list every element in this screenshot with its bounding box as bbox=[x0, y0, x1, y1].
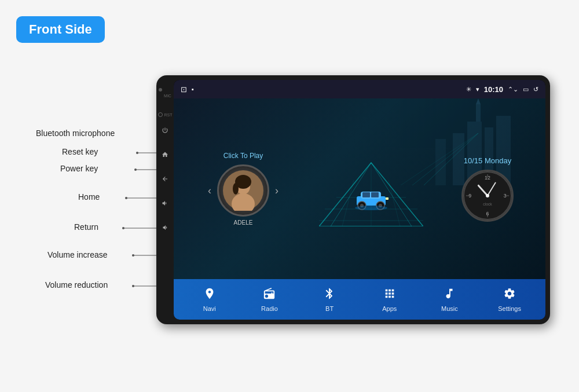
date-display: 10/15 Monday bbox=[464, 156, 511, 165]
expand-icon: ⌃⌄ bbox=[508, 86, 518, 93]
svg-rect-40 bbox=[371, 192, 379, 197]
front-side-badge: Front Side bbox=[16, 16, 105, 43]
mic-indicator bbox=[159, 88, 162, 91]
prev-button[interactable]: ‹ bbox=[208, 185, 211, 197]
wifi-icon: ▾ bbox=[476, 86, 479, 93]
click-to-play-label[interactable]: Click To Play bbox=[223, 152, 263, 160]
label-return: Return bbox=[74, 222, 98, 232]
svg-point-58 bbox=[486, 194, 489, 197]
label-bluetooth-mic: Bluetooth microphone bbox=[36, 129, 115, 138]
svg-point-46 bbox=[355, 206, 387, 210]
settings-icon bbox=[503, 287, 516, 303]
svg-rect-45 bbox=[386, 197, 389, 200]
music-player: Click To Play ‹ bbox=[185, 152, 301, 226]
svg-point-10 bbox=[125, 197, 127, 199]
bt-label: BT bbox=[325, 305, 334, 312]
status-right: ✳ ▾ 10:10 ⌃⌄ ▭ ↺ bbox=[466, 85, 538, 94]
return-button[interactable] bbox=[160, 174, 170, 184]
bt-icon bbox=[323, 287, 336, 303]
button-strip: MIC RST bbox=[156, 75, 174, 324]
clock-display: 10:10 bbox=[484, 85, 503, 94]
nav-item-bt[interactable]: BT bbox=[312, 287, 347, 312]
svg-point-28 bbox=[233, 183, 239, 195]
svg-text:clock: clock bbox=[483, 202, 492, 206]
nav-item-navi[interactable]: Navi bbox=[192, 287, 227, 312]
rst-button[interactable] bbox=[158, 112, 163, 117]
next-button[interactable]: › bbox=[275, 185, 278, 197]
car-display bbox=[301, 151, 441, 226]
apps-icon bbox=[383, 287, 396, 303]
car-road-svg bbox=[319, 151, 423, 226]
window-icon: ▭ bbox=[523, 86, 529, 93]
status-bar: ⊡ ▪ ✳ ▾ 10:10 ⌃⌄ ▭ ↺ bbox=[174, 80, 545, 98]
radio-icon bbox=[263, 287, 276, 303]
main-content: Click To Play ‹ bbox=[174, 98, 545, 279]
svg-point-9 bbox=[134, 168, 137, 171]
rst-label: RST bbox=[164, 113, 173, 117]
home-button[interactable] bbox=[160, 149, 170, 160]
artist-name: ADELE bbox=[234, 219, 253, 226]
settings-label: Settings bbox=[498, 305, 521, 312]
music-label: Music bbox=[441, 305, 458, 312]
analog-clock: 12 3 6 9 bbox=[461, 170, 514, 222]
navi-label: Navi bbox=[203, 305, 216, 312]
bluetooth-icon: ✳ bbox=[466, 86, 471, 93]
svg-point-12 bbox=[132, 254, 134, 257]
svg-line-36 bbox=[389, 180, 400, 226]
screen: ⊡ ▪ ✳ ▾ 10:10 ⌃⌄ ▭ ↺ bbox=[174, 80, 545, 320]
app-icon: ▪ bbox=[192, 86, 194, 93]
svg-point-8 bbox=[136, 152, 138, 154]
artist-image bbox=[223, 170, 263, 211]
svg-rect-39 bbox=[362, 192, 370, 197]
clock-face: 12 3 6 9 bbox=[463, 171, 512, 221]
bottom-nav: Navi Radio BT bbox=[174, 279, 545, 320]
label-volume-increase: Volume increase bbox=[47, 250, 108, 259]
music-controls: ‹ › bbox=[208, 164, 278, 217]
content-row: Click To Play ‹ bbox=[174, 98, 545, 279]
radio-label: Radio bbox=[261, 305, 278, 312]
label-volume-reduction: Volume reduction bbox=[45, 280, 108, 290]
music-icon bbox=[443, 287, 456, 303]
svg-point-13 bbox=[132, 285, 134, 287]
status-left: ⊡ ▪ bbox=[181, 85, 194, 94]
volume-down-button[interactable] bbox=[160, 222, 170, 233]
album-art bbox=[217, 164, 269, 217]
clock-section: 10/15 Monday 12 3 6 9 bbox=[441, 156, 534, 222]
apps-label: Apps bbox=[382, 305, 397, 312]
label-power-key: Power key bbox=[60, 164, 98, 173]
back-icon: ↺ bbox=[533, 86, 538, 93]
label-reset-key: Reset key bbox=[62, 147, 98, 156]
mic-label: MIC bbox=[164, 94, 171, 98]
label-home: Home bbox=[78, 192, 100, 202]
svg-line-35 bbox=[342, 180, 354, 226]
nav-item-apps[interactable]: Apps bbox=[372, 287, 407, 312]
home-status-icon: ⊡ bbox=[181, 85, 187, 94]
nav-item-radio[interactable]: Radio bbox=[252, 287, 287, 312]
nav-item-settings[interactable]: Settings bbox=[492, 287, 527, 312]
volume-up-button[interactable] bbox=[160, 198, 170, 208]
nav-item-music[interactable]: Music bbox=[432, 287, 467, 312]
navi-icon bbox=[203, 287, 216, 303]
car-stereo-device: MIC RST ⊡ ▪ bbox=[156, 75, 550, 324]
power-button[interactable] bbox=[160, 125, 170, 135]
svg-point-11 bbox=[122, 227, 124, 229]
